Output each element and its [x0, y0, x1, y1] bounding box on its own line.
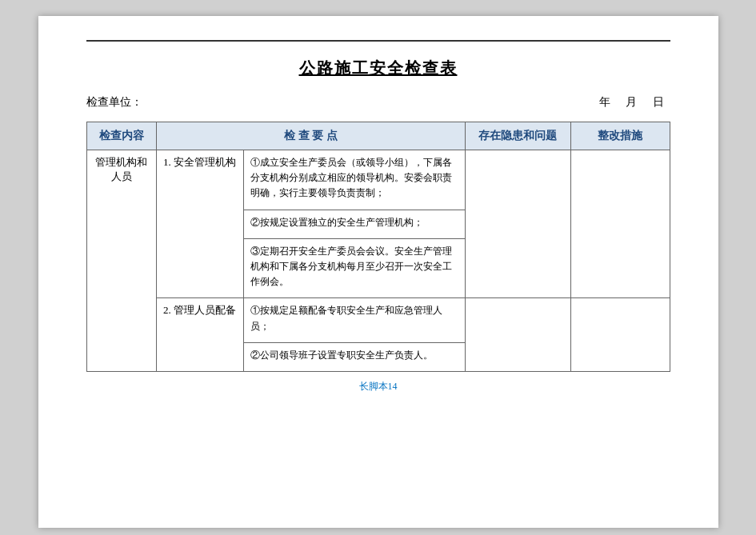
checkpoint-cell-1-2: ②按规定设置独立的安全生产管理机构； [244, 210, 466, 238]
table-header-row: 检查内容 检 查 要 点 存在隐患和问题 整改措施 [86, 122, 670, 150]
subcategory-cell-2: 2. 管理人员配备 [156, 298, 243, 372]
checkpoint-cell-2-1: ①按规定足额配备专职安全生产和应急管理人员； [244, 298, 466, 342]
header-col-issues: 存在隐患和问题 [466, 122, 570, 150]
checkpoint-item: ①按规定足额配备专职安全生产和应急管理人员； [250, 303, 458, 333]
measures-cell-1 [570, 150, 670, 298]
checkpoint-cell-1-1: ①成立安全生产委员会（或领导小组），下属各分支机构分别成立相应的领导机构。安委会… [244, 150, 466, 210]
header-row: 检查单位： 年 月 日 [86, 95, 670, 110]
header-col-checkpoints: 检 查 要 点 [156, 122, 465, 150]
page-container: 公路施工安全检查表 检查单位： 年 月 日 检查内容 检 查 要 点 存在隐患和… [38, 16, 718, 528]
issues-cell-2 [466, 298, 570, 372]
checkpoint-item: ③定期召开安全生产委员会会议。安全生产管理机构和下属各分支机构每月至少召开一次安… [250, 244, 458, 290]
header-col-measures: 整改措施 [570, 122, 670, 150]
subcategory-cell-1: 1. 安全管理机构 [156, 150, 243, 298]
issues-cell-1 [466, 150, 570, 298]
header-col-category: 检查内容 [86, 122, 156, 150]
main-table: 检查内容 检 查 要 点 存在隐患和问题 整改措施 管理机构和人员 1. 安全管… [86, 122, 670, 372]
table-row: 管理机构和人员 1. 安全管理机构 ①成立安全生产委员会（或领导小组），下属各分… [86, 150, 670, 210]
checkpoint-item: ②公司领导班子设置专职安全生产负责人。 [250, 348, 458, 363]
header-unit-label: 检查单位： [86, 95, 142, 110]
checkpoint-cell-1-3: ③定期召开安全生产委员会会议。安全生产管理机构和下属各分支机构每月至少召开一次安… [244, 238, 466, 298]
measures-cell-2 [570, 298, 670, 372]
header-date-label: 年 月 日 [599, 95, 670, 110]
checkpoint-cell-2-2: ②公司领导班子设置专职安全生产负责人。 [244, 342, 466, 371]
checkpoint-item: ①成立安全生产委员会（或领导小组），下属各分支机构分别成立相应的领导机构。安委会… [250, 155, 458, 202]
top-border [86, 40, 670, 42]
page-title: 公路施工安全检查表 [86, 58, 670, 79]
footer-text: 长脚本14 [86, 380, 670, 393]
checkpoint-item: ②按规定设置独立的安全生产管理机构； [250, 215, 458, 230]
table-row: 2. 管理人员配备 ①按规定足额配备专职安全生产和应急管理人员； [86, 298, 670, 342]
category-cell-management: 管理机构和人员 [86, 150, 156, 372]
